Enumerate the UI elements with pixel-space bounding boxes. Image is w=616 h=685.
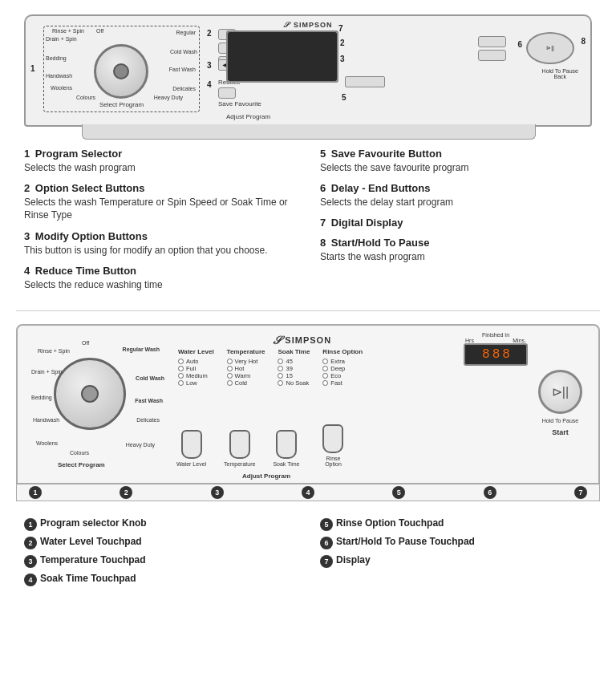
num-indicator-4: 4 [302, 486, 314, 499]
washer-panel-bottom: 𝒮 SIMPSON Off Regular Wash Cold Wash Fas… [16, 324, 600, 484]
program-knob[interactable] [54, 358, 126, 430]
bottom-legend-left: 1 Program selector Knob 2 Water Level To… [24, 517, 296, 591]
brand-logo-top: 𝒮 SIMPSON [283, 21, 332, 30]
seg-digit-3: 8 [502, 347, 509, 362]
save-fav-btn-top[interactable] [345, 76, 385, 87]
save-fav-label: Save Favourite [218, 100, 261, 107]
legend-left: 1 Program Selector Selects the wash prog… [24, 148, 296, 299]
knob-rinse-spin: Rinse + Spin [38, 348, 70, 354]
knob-handwash: Handwash [33, 417, 59, 423]
knob-area-bottom: Off Regular Wash Cold Wash Fast Wash Del… [30, 334, 166, 470]
num-indicator-5: 5 [392, 486, 405, 499]
dial-heavy: Heavy Duty [154, 95, 183, 100]
start-knob[interactable]: ⊳|| [538, 370, 582, 414]
brand-s-icon: 𝒮 [273, 334, 282, 347]
knob-regular-wash: Regular Wash [123, 347, 160, 352]
num-indicator-7: 7 [574, 486, 587, 499]
top-diagram-section: 𝒮 SIMPSON Off Regular Cold Wash Fast Was… [0, 0, 616, 135]
num-2b: 2 [340, 39, 345, 47]
touchpad-buttons-row: Water Level Temperature Soak Time Rinse … [176, 424, 349, 467]
washer-panel-top: 𝒮 SIMPSON Off Regular Cold Wash Fast Was… [24, 14, 592, 127]
num-1-top: 1 [30, 64, 35, 73]
bottom-legend-section: 1 Program selector Knob 2 Water Level To… [0, 509, 616, 599]
opt-low: Low [178, 379, 214, 387]
knob-cold-wash: Cold Wash [136, 375, 164, 381]
legend-item-7: 7 Digital Display [320, 217, 592, 229]
knob-heavy-duty: Heavy Duty [126, 442, 155, 448]
number-indicator-row: 1 2 3 4 5 6 7 [16, 484, 600, 501]
hold-pause-text: Hold To PauseBack [542, 68, 578, 79]
seg-digit-1: 8 [482, 347, 489, 362]
knob-bedding: Bedding [31, 395, 52, 400]
reduce-btn[interactable] [218, 87, 236, 99]
num-indicator-2: 2 [120, 486, 132, 499]
temperature-touchpad: Temperature [224, 430, 255, 467]
soak-time-touchpad-btn[interactable] [276, 430, 297, 459]
opt-medium: Medium [178, 372, 214, 379]
num-indicator-3: 3 [211, 486, 224, 499]
water-level-touchpad: Water Level [176, 430, 206, 467]
dial-rinse: Rinse + Spin [52, 28, 84, 34]
legend-item-1: 1 Program Selector Selects the wash prog… [24, 148, 296, 174]
dial-woolens: Woolens [51, 85, 72, 91]
knob-colours: Colours [70, 450, 89, 456]
dial-top [94, 44, 148, 99]
water-level-col: Water Level Auto Full Medium Low [178, 348, 214, 387]
water-level-touchpad-btn[interactable] [181, 430, 202, 459]
knob-delicates: Delicates [136, 417, 160, 423]
temperature-col: Temperature Very Hot Hot Warm Cold [227, 348, 265, 387]
num-4-top: 4 [207, 80, 212, 89]
dial-handwash: Handwash [46, 73, 72, 79]
select-program-label-bottom: Select Program [58, 461, 105, 468]
options-area-bottom: Water Level Auto Full Medium Low Tempera… [178, 348, 363, 387]
num-6-top: 6 [517, 40, 522, 49]
bot-legend-6: 6 Start/Hold To Pause Touchpad [320, 536, 592, 549]
dial-off-label: Off [96, 28, 103, 34]
start-area: ⊳|| Hold To Pause Start [538, 370, 582, 436]
hold-pause-top[interactable]: ⊳|| [526, 32, 574, 64]
num-2-top: 2 [207, 29, 212, 38]
num-indicator-1: 1 [29, 486, 42, 499]
num-8-top: 8 [581, 37, 586, 46]
bot-legend-4: 4 Soak Time Touchpad [24, 573, 296, 586]
hrs-mins-labels: Hrs Mins. [464, 338, 528, 343]
soak-time-col: Soak Time 45 39 15 No Soak [278, 348, 310, 387]
bot-legend-5: 5 Rinse Option Touchpad [320, 517, 592, 531]
select-program-label-top: Select Program [99, 101, 144, 108]
finished-in-label: Finished In [464, 332, 528, 338]
adjust-program-label-top: Adjust Program [226, 113, 270, 120]
dial-regular: Regular [176, 30, 196, 35]
dial-fast: Fast Wash [169, 67, 196, 72]
hold-to-pause-label: Hold To Pause [542, 418, 578, 424]
dial-inner-top [113, 63, 129, 79]
hold-pause-top-label: ⊳|| [546, 45, 554, 51]
reduce-time-btn-area: Reduce Save Favourite [218, 79, 261, 107]
delay-btn-2[interactable] [478, 50, 506, 61]
opt-full: Full [178, 365, 214, 372]
num-indicator-6: 6 [484, 486, 496, 499]
bottom-legend-right: 5 Rinse Option Touchpad 6 Start/Hold To … [320, 517, 592, 591]
knob-fast-wash: Fast Wash [135, 398, 163, 403]
temperature-touchpad-btn[interactable] [229, 430, 250, 459]
legend-right: 5 Save Favourite Button Selects the save… [320, 148, 592, 299]
adjust-program-bottom-label: Adjust Program [242, 472, 290, 480]
dial-cold: Cold Wash [170, 49, 197, 55]
opt-auto: Auto [178, 358, 214, 365]
num-3-top: 3 [207, 61, 212, 70]
num-5-top: 5 [342, 93, 346, 102]
delay-end-area [478, 36, 506, 61]
rinse-option-touchpad: Rinse Option [317, 424, 349, 467]
legend-item-2: 2 Option Select Buttons Selects the wash… [24, 182, 296, 221]
knob-center [81, 385, 99, 403]
delay-btn-1[interactable] [478, 36, 506, 47]
play-icon: ⊳|| [552, 384, 569, 399]
dial-colours: Colours [76, 95, 95, 100]
knob-off: Off [82, 340, 89, 346]
bot-legend-7: 7 Display [320, 554, 592, 568]
knob-drain-spin: Drain + Spin [31, 369, 63, 375]
bot-legend-1: 1 Program selector Knob [24, 517, 296, 531]
legend-item-8: 8 Start/Hold To Pause Starts the wash pr… [320, 237, 592, 263]
rinse-option-touchpad-btn[interactable] [322, 424, 343, 453]
legend-section: 1 Program Selector Selects the wash prog… [0, 135, 616, 306]
brand-logo-bottom: 𝒮 SIMPSON [273, 334, 331, 347]
